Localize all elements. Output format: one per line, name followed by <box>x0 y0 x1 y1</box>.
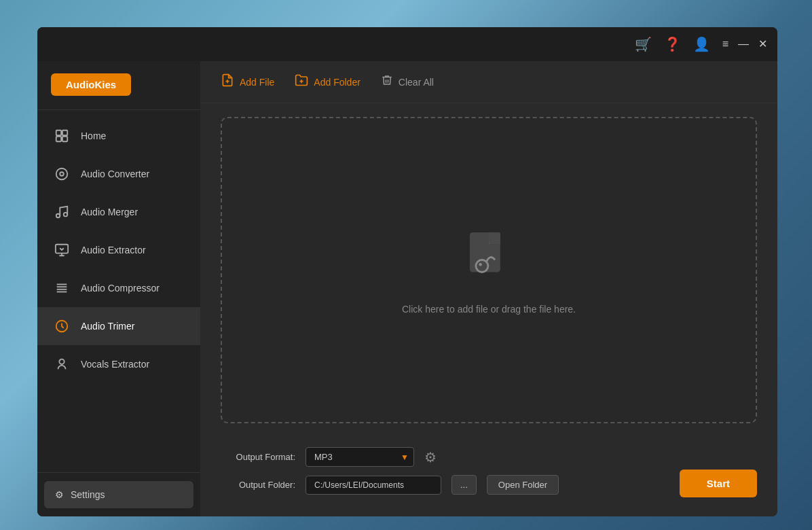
svg-point-14 <box>59 359 64 364</box>
minimize-button[interactable]: — <box>738 39 749 50</box>
app-body: AudioKies Home <box>37 61 777 516</box>
svg-rect-2 <box>56 137 61 141</box>
settings-gear-icon: ⚙ <box>55 489 64 500</box>
nav-items: Home Audio Converter <box>37 110 200 472</box>
clear-all-icon <box>381 74 393 90</box>
drop-zone-icon <box>458 226 519 290</box>
cart-icon[interactable]: 🛒 <box>635 36 652 52</box>
svg-point-6 <box>56 214 60 218</box>
sidebar-label-home: Home <box>81 130 106 141</box>
title-bar-icons: 🛒 ❓ 👤 <box>635 36 710 52</box>
svg-point-4 <box>56 169 68 180</box>
output-folder-label: Output Folder: <box>221 480 295 490</box>
sidebar-item-audio-compressor[interactable]: Audio Compressor <box>37 269 200 307</box>
account-icon[interactable]: 👤 <box>693 36 710 52</box>
folder-path-input[interactable] <box>306 476 441 495</box>
svg-rect-0 <box>56 130 61 135</box>
start-button[interactable]: Start <box>680 470 757 497</box>
sidebar-item-vocals-extractor[interactable]: Vocals Extractor <box>37 345 200 383</box>
sidebar-label-vocals-extractor: Vocals Extractor <box>81 359 149 370</box>
add-file-button[interactable]: Add File <box>221 73 274 90</box>
sidebar-footer: ⚙ Settings <box>37 472 200 516</box>
svg-point-22 <box>479 263 482 266</box>
add-folder-icon <box>295 73 308 90</box>
app-window: 🛒 ❓ 👤 ≡ — ✕ AudioKies <box>37 27 777 516</box>
settings-label: Settings <box>71 489 105 500</box>
converter-icon <box>52 164 71 183</box>
format-select-wrapper: MP3 AAC FLAC WAV OGG M4A WMA ▼ <box>306 447 414 467</box>
close-button[interactable]: ✕ <box>758 39 767 50</box>
sidebar-item-audio-converter[interactable]: Audio Converter <box>37 155 200 193</box>
home-icon <box>52 126 71 145</box>
logo-area: AudioKies <box>37 61 200 110</box>
sidebar-label-audio-merger: Audio Merger <box>81 207 138 217</box>
sidebar-item-audio-trimer[interactable]: Audio Trimer <box>37 307 200 345</box>
sidebar-item-audio-extractor[interactable]: Audio Extractor <box>37 231 200 269</box>
settings-button[interactable]: ⚙ Settings <box>44 481 193 508</box>
format-settings-icon[interactable]: ⚙ <box>424 449 437 465</box>
svg-rect-20 <box>489 232 500 244</box>
svg-rect-1 <box>62 130 67 135</box>
merger-icon <box>52 202 71 222</box>
browse-button[interactable]: ... <box>451 475 477 495</box>
add-folder-label: Add Folder <box>314 77 360 88</box>
svg-point-7 <box>64 213 68 217</box>
toolbar: Add File Add Folder <box>200 61 777 103</box>
open-folder-button[interactable]: Open Folder <box>487 475 559 495</box>
sidebar: AudioKies Home <box>37 61 200 516</box>
clear-all-label: Clear All <box>399 77 434 88</box>
main-relative: Add File Add Folder <box>200 61 777 516</box>
sidebar-label-audio-trimer: Audio Trimer <box>81 321 134 332</box>
vocals-icon <box>52 355 71 374</box>
add-file-label: Add File <box>240 77 274 88</box>
drop-zone-text: Click here to add file or drag the file … <box>402 304 576 315</box>
title-bar-controls: ≡ — ✕ <box>722 39 767 50</box>
logo-button[interactable]: AudioKies <box>51 73 131 96</box>
help-icon[interactable]: ❓ <box>664 36 681 52</box>
output-format-row: Output Format: MP3 AAC FLAC WAV OGG M4A … <box>221 447 757 467</box>
sidebar-item-home[interactable]: Home <box>37 117 200 155</box>
output-folder-row: Output Folder: ... Open Folder <box>221 475 757 495</box>
add-file-icon <box>221 73 234 90</box>
sidebar-label-audio-extractor: Audio Extractor <box>81 245 146 255</box>
sidebar-label-audio-converter: Audio Converter <box>81 169 149 179</box>
trimer-icon <box>52 317 71 336</box>
title-bar: 🛒 ❓ 👤 ≡ — ✕ <box>37 27 777 61</box>
svg-rect-8 <box>56 245 68 253</box>
drop-zone[interactable]: Click here to add file or drag the file … <box>221 117 757 423</box>
svg-rect-3 <box>62 137 67 141</box>
sidebar-label-audio-compressor: Audio Compressor <box>81 283 160 294</box>
menu-button[interactable]: ≡ <box>722 39 728 50</box>
format-select[interactable]: MP3 AAC FLAC WAV OGG M4A WMA <box>306 447 414 467</box>
clear-all-button[interactable]: Clear All <box>381 74 434 90</box>
extractor-icon <box>52 241 71 260</box>
svg-point-5 <box>60 172 64 176</box>
main-content: Add File Add Folder <box>200 61 777 516</box>
output-format-label: Output Format: <box>221 452 295 462</box>
compressor-icon <box>52 279 71 298</box>
add-folder-button[interactable]: Add Folder <box>295 73 360 90</box>
sidebar-item-audio-merger[interactable]: Audio Merger <box>37 193 200 231</box>
